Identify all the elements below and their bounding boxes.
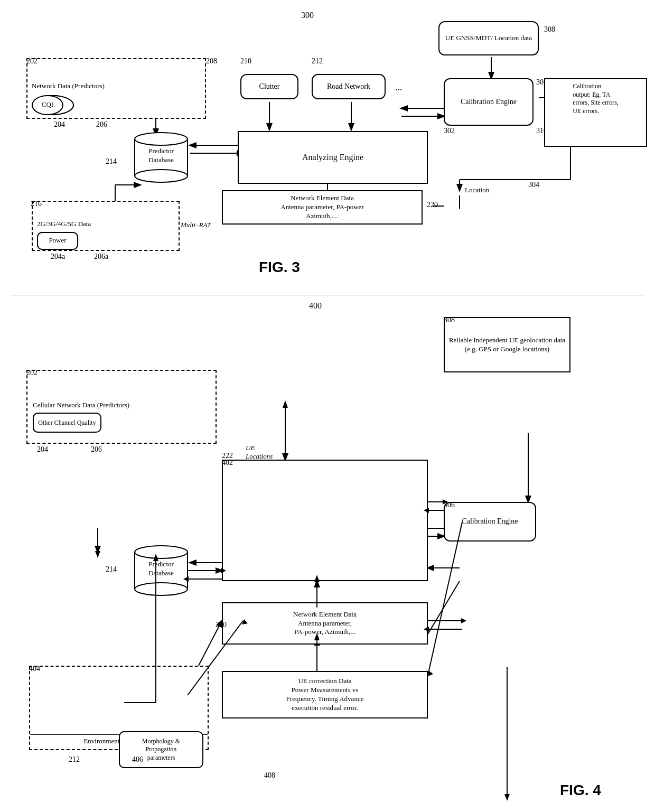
svg-marker-44 bbox=[283, 400, 288, 408]
analyzing-engine-box: Analyzing Engine bbox=[238, 131, 428, 184]
multi-rat-label: Multi–RAT bbox=[181, 221, 211, 229]
label-304: 304 bbox=[528, 181, 539, 189]
svg-marker-63 bbox=[428, 671, 433, 676]
svg-marker-59 bbox=[461, 618, 466, 623]
label-204-fig4: 204 bbox=[37, 445, 48, 454]
label-408: 408 bbox=[264, 771, 275, 780]
label-204a: 204a bbox=[51, 253, 65, 261]
svg-point-36 bbox=[135, 583, 188, 595]
network-data-box: Network Data (Predictors) Timing Power C… bbox=[26, 58, 206, 119]
svg-marker-46 bbox=[95, 551, 100, 558]
calibration-engine-fig3: Calibration Engine bbox=[444, 78, 534, 126]
label-406: 406 bbox=[132, 755, 143, 764]
ue-locations-label: UELocations bbox=[246, 444, 273, 461]
svg-point-33 bbox=[135, 170, 188, 182]
other-channel-fig4: Other Channel Quality bbox=[33, 413, 101, 433]
label-214-fig4: 214 bbox=[106, 565, 117, 574]
label-306-fig4: 306 bbox=[444, 501, 455, 509]
label-206: 206 bbox=[96, 120, 107, 129]
calibration-output-box: Calibration output: Eg. TA errors, Site … bbox=[544, 78, 647, 147]
label-210: 210 bbox=[240, 57, 251, 66]
label-400: 400 bbox=[309, 301, 322, 311]
data-2g5g-box: 2G/3G/4G/5G Data Timing Power bbox=[32, 201, 180, 251]
environment-box: Road Network Morphology & Propogation pa… bbox=[29, 666, 209, 750]
label-404: 404 bbox=[29, 665, 40, 673]
label-204: 204 bbox=[54, 120, 65, 129]
road-network-box-fig3: Road Network bbox=[312, 74, 386, 99]
svg-line-27 bbox=[428, 581, 460, 634]
center-box-fig4 bbox=[222, 460, 428, 581]
label-214: 214 bbox=[106, 157, 117, 166]
fig4-title: FIG. 4 bbox=[560, 782, 601, 799]
fig3-title: FIG. 3 bbox=[259, 259, 300, 276]
svg-line-62 bbox=[428, 522, 462, 675]
cqi-oval: CQI bbox=[32, 95, 63, 115]
label-206-fig4: 206 bbox=[91, 445, 102, 454]
label-202: 202 bbox=[26, 57, 38, 66]
diagram-container: 300 UE GNSS/MDT/ Location data 308 Netwo… bbox=[0, 0, 655, 812]
label-206a: 206a bbox=[94, 253, 108, 261]
calibration-engine-fig4: Calibration Engine bbox=[444, 502, 536, 542]
label-308: 308 bbox=[544, 25, 555, 34]
label-220-fig4: 220 bbox=[216, 621, 227, 629]
label-302: 302 bbox=[444, 127, 455, 135]
label-222: 222 bbox=[222, 452, 233, 460]
power-a-box: Power bbox=[37, 232, 78, 250]
label-212-fig4: 212 bbox=[69, 755, 80, 764]
cellular-network-box: Cellular Network Data (Predictors) Timin… bbox=[26, 370, 217, 444]
clutter-box: Clutter bbox=[240, 74, 298, 99]
label-202-fig4: 202 bbox=[26, 369, 38, 377]
ue-gnss-box: UE GNSS/MDT/ Location data bbox=[438, 21, 539, 55]
label-216: 216 bbox=[31, 200, 42, 208]
divider bbox=[11, 295, 644, 295]
predictor-db-fig4: PredictorDatabase bbox=[132, 544, 190, 597]
dots-fig3: ... bbox=[395, 82, 403, 93]
label-300: 300 bbox=[301, 11, 314, 20]
ue-correction-box: UE correction Data Power Measurements vs… bbox=[222, 671, 428, 718]
predictor-db-fig3: PredictorDatabase bbox=[132, 131, 190, 184]
morphology-box: Morphology & Propogation parameters bbox=[119, 731, 203, 768]
label-308-fig4: 308 bbox=[444, 316, 455, 324]
svg-point-32 bbox=[135, 133, 188, 145]
svg-point-35 bbox=[135, 546, 188, 558]
reliable-ue-box: Reliable Independent UE geolocation data… bbox=[444, 317, 570, 372]
network-element-fig3: Network Element Data Antenna parameter, … bbox=[222, 190, 423, 225]
svg-marker-38 bbox=[504, 794, 510, 801]
label-208: 208 bbox=[206, 57, 217, 66]
label-212-fig3: 212 bbox=[312, 57, 323, 66]
label-220: 220 bbox=[427, 201, 438, 209]
network-element-fig4: Network Element Data Antenna parameter, … bbox=[222, 602, 428, 645]
location-label: Location bbox=[465, 186, 489, 194]
